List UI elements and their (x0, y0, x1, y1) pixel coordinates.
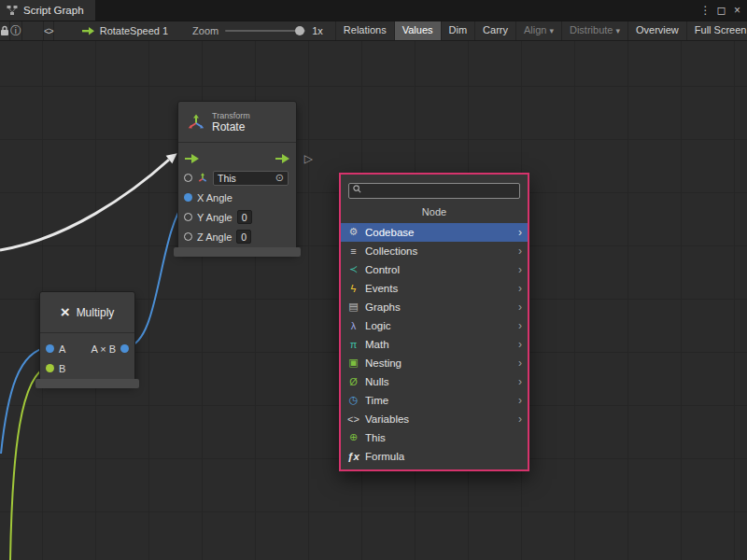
window-menu-icon[interactable]: ⋮ (698, 4, 713, 17)
finder-search-input[interactable] (348, 183, 520, 199)
clock-icon: ◷ (346, 394, 360, 406)
code-icon: <> (44, 26, 53, 36)
chevron-right-icon: › (518, 282, 522, 295)
port-y-angle[interactable] (184, 213, 192, 221)
finder-list: ⚙ Codebase › ≡ Collections › ≺ Control ›… (341, 223, 528, 466)
finder-item-label: Control (365, 264, 400, 275)
carry-button[interactable]: Carry (474, 21, 515, 41)
finder-item-this[interactable]: ⊕ This (341, 428, 528, 447)
finder-item-label: Variables (365, 413, 409, 425)
port-b[interactable] (46, 364, 54, 372)
finder-item-label: Graphs (365, 301, 401, 313)
finder-item-label: Codebase (365, 227, 414, 238)
finder-item-label: Nulls (365, 376, 389, 387)
toolbar-button-group: Relations Values Dim Carry Align▾ Distri… (335, 21, 747, 41)
overview-button[interactable]: Overview (627, 21, 686, 41)
graph-toolbar: ⓘ <> RotateSpeed 1 Zoom 1x Relations Val… (0, 21, 747, 41)
code-view-button[interactable]: <> (43, 21, 54, 41)
flow-output-arrow-icon[interactable] (275, 154, 289, 163)
logic-icon: λ (346, 320, 360, 331)
finder-item-collections[interactable]: ≡ Collections › (341, 242, 528, 260)
chevron-right-icon: › (518, 338, 522, 351)
node-title: Multiply (77, 306, 115, 319)
finder-item-control[interactable]: ≺ Control › (341, 260, 528, 279)
script-graph-icon (7, 5, 18, 16)
z-angle-label: Z Angle (197, 231, 232, 243)
node-category: Transform (212, 111, 250, 120)
values-button[interactable]: Values (394, 21, 441, 41)
chevron-right-icon: › (518, 301, 522, 314)
port-x-angle[interactable] (184, 193, 192, 202)
multiply-node-header[interactable]: × Multiply (40, 292, 134, 333)
y-angle-port-row: Y Angle 0 (178, 207, 296, 227)
port-a[interactable] (46, 344, 54, 353)
zoom-slider-thumb[interactable] (295, 26, 304, 35)
branch-icon: ≺ (346, 263, 360, 275)
finder-item-nesting[interactable]: ▣ Nesting › (341, 354, 528, 372)
pi-icon: π (346, 339, 360, 350)
finder-item-label: Formula (365, 451, 404, 462)
y-angle-label: Y Angle (197, 212, 233, 223)
chevron-right-icon: › (518, 375, 522, 388)
full-screen-button[interactable]: Full Screen (686, 21, 747, 41)
this-object-field[interactable]: This ⊙ (213, 171, 289, 186)
rotate-node-header[interactable]: Transform Rotate (178, 102, 296, 143)
chevron-down-icon: ▾ (549, 26, 554, 35)
align-button[interactable]: Align▾ (515, 21, 561, 41)
tab-script-graph[interactable]: Script Graph (0, 0, 95, 21)
graph-asset-icon: ▤ (346, 301, 360, 313)
finder-item-label: Logic (365, 320, 391, 331)
chevron-down-icon: ▾ (615, 26, 620, 35)
distribute-button[interactable]: Distribute▾ (561, 21, 627, 41)
graph-breadcrumb[interactable]: RotateSpeed 1 (82, 25, 168, 36)
script-graph-window: Script Graph ⋮ ◻ × ⓘ <> RotateSpeed 1 (0, 0, 747, 560)
wire-white-flow (0, 160, 169, 250)
finder-item-label: Math (365, 339, 389, 350)
zoom-label: Zoom (192, 25, 218, 36)
dim-button[interactable]: Dim (441, 21, 475, 41)
lock-button[interactable] (0, 21, 10, 41)
finder-item-events[interactable]: ϟ Events › (341, 279, 528, 298)
zoom-value: 1x (312, 25, 323, 36)
finder-item-time[interactable]: ◷ Time › (341, 391, 528, 410)
gear-icon: ⚙ (346, 226, 360, 238)
finder-item-codebase[interactable]: ⚙ Codebase › (341, 223, 528, 242)
x-angle-label: X Angle (197, 192, 233, 203)
relations-button[interactable]: Relations (335, 21, 394, 41)
x-angle-port-row: X Angle (178, 188, 296, 207)
this-port-row: This ⊙ (178, 168, 296, 188)
brackets-icon: <> (346, 413, 360, 425)
finder-item-logic[interactable]: λ Logic › (341, 316, 528, 335)
info-button[interactable]: ⓘ (10, 21, 22, 41)
zoom-control: Zoom 1x (192, 25, 323, 36)
chevron-right-icon: › (518, 226, 522, 239)
z-angle-value-field[interactable]: 0 (236, 230, 251, 244)
chevron-right-icon: › (518, 319, 522, 332)
chevron-right-icon: › (518, 394, 522, 407)
node-transform-rotate[interactable]: Transform Rotate ▷ (177, 101, 297, 252)
formula-icon: ƒx (346, 451, 360, 462)
finder-item-variables[interactable]: <> Variables › (341, 410, 528, 428)
b-port-row: B (40, 358, 134, 378)
port-this[interactable] (184, 174, 192, 182)
finder-item-math[interactable]: π Math › (341, 335, 528, 354)
flow-port-row: ▷ (178, 148, 296, 168)
finder-item-nulls[interactable]: Ø Nulls › (341, 372, 528, 391)
finder-item-formula[interactable]: ƒx Formula (341, 447, 528, 466)
flow-input-arrow-icon[interactable] (185, 154, 199, 163)
target-picker-icon[interactable]: ⊙ (275, 172, 284, 184)
port-output[interactable] (120, 344, 129, 353)
maximize-icon[interactable]: ◻ (713, 4, 729, 17)
chevron-right-icon: › (518, 357, 522, 370)
zoom-slider[interactable] (225, 30, 305, 32)
lock-icon (0, 25, 9, 36)
port-z-angle[interactable] (184, 232, 192, 241)
this-field-value: This (218, 173, 236, 184)
graph-canvas[interactable]: Transform Rotate ▷ (0, 41, 747, 560)
close-icon[interactable]: × (729, 4, 745, 17)
node-multiply[interactable]: × Multiply A A × B B (39, 291, 135, 384)
y-angle-value-field[interactable]: 0 (237, 210, 252, 224)
finder-item-graphs[interactable]: ▤ Graphs › (341, 298, 528, 316)
axis-icon (197, 173, 208, 184)
a-label: A (59, 343, 65, 355)
